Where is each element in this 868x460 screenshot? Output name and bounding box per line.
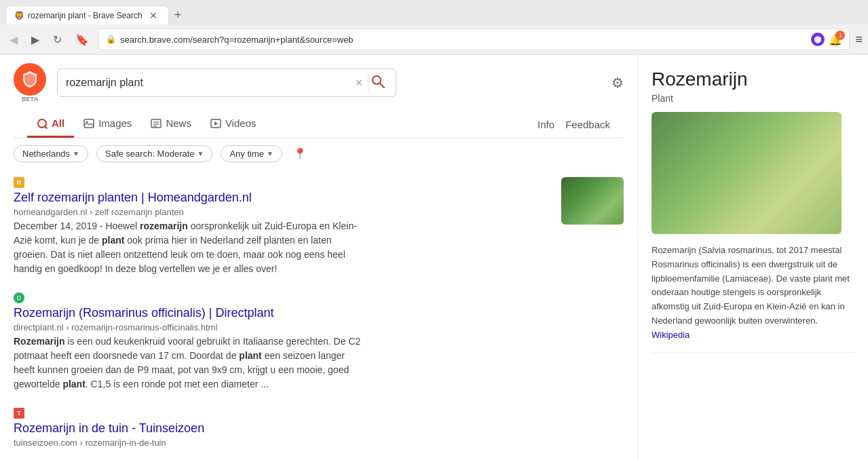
kp-divider [652, 352, 854, 353]
main-content: BETA rozemarijn plant × ⚙ [0, 55, 637, 460]
results-area: H Zelf rozemarijn planten | Homeandgarde… [0, 169, 637, 460]
safe-search-filter[interactable]: Safe search: Moderate ▼ [96, 145, 212, 162]
tab-images[interactable]: Images [74, 111, 141, 138]
nav-tabs: All Images [14, 111, 624, 138]
svg-point-0 [373, 76, 381, 84]
feedback-link[interactable]: Feedback [565, 119, 610, 130]
kp-inner: Rozemarijn Plant Rozemarijn (Salvia rosm… [638, 55, 868, 376]
tab-bar: 🦁 rozemarijn plant - Brave Search ✕ + [0, 0, 868, 24]
brave-shield-icon[interactable] [811, 33, 825, 46]
news-icon [151, 118, 162, 129]
tab-news[interactable]: News [141, 111, 201, 138]
result-url: homeandgarden.nl › zelf rozemarijn plant… [14, 207, 561, 217]
result-snippet: December 14, 2019 - Hoewel rozemarijn oo… [14, 219, 366, 276]
result-favicon: T [14, 408, 24, 419]
kp-image-visual [652, 112, 842, 234]
result-title[interactable]: Rozemarijn in de tuin - Tuinseizoen [14, 421, 204, 435]
location-pin-icon[interactable]: 📍 [293, 147, 307, 160]
result-url: tuinseizoen.com › rozemarijn-in-de-tuin [14, 438, 624, 448]
search-clear-button[interactable]: × [350, 76, 368, 90]
brave-logo [14, 63, 46, 96]
forward-button[interactable]: ▶ [27, 31, 43, 49]
result-header: T Rozemarijn in de tuin - Tuinseizoen tu… [14, 408, 624, 450]
page: BETA rozemarijn plant × ⚙ [0, 55, 868, 460]
time-filter[interactable]: Any time ▼ [221, 145, 282, 162]
result-title[interactable]: Zelf rozemarijn planten | Homeandgarden.… [14, 191, 252, 204]
result-url: directplant.nl › rozemarijn-rosmarinus-o… [14, 322, 624, 332]
svg-rect-4 [84, 119, 94, 128]
tab-close-button[interactable]: ✕ [147, 9, 160, 22]
address-text: search.brave.com/search?q=rozemarijn+pla… [120, 35, 807, 45]
settings-icon[interactable]: ⚙ [611, 75, 624, 91]
result-snippet: Rozemarijn is een oud keukenkruid vooral… [14, 334, 366, 391]
result-left: T Rozemarijn in de tuin - Tuinseizoen tu… [14, 408, 624, 450]
svg-line-3 [45, 126, 47, 128]
tab-videos[interactable]: Videos [201, 111, 266, 138]
tab-title: rozemarijn plant - Brave Search [28, 11, 143, 20]
result-favicon: H [14, 177, 24, 188]
notification-bell[interactable]: 🔔 1 [829, 33, 842, 46]
search-submit-button[interactable] [369, 75, 388, 92]
svg-marker-11 [214, 121, 218, 126]
result-left: H Zelf rozemarijn planten | Homeandgarde… [14, 177, 561, 276]
kp-image [652, 112, 842, 234]
beta-label: BETA [22, 96, 38, 102]
all-icon [37, 118, 48, 129]
filters-bar: Netherlands ▼ Safe search: Moderate ▼ An… [0, 138, 637, 169]
lock-icon: 🔒 [106, 35, 116, 44]
tab-all[interactable]: All [27, 111, 74, 138]
kp-description: Rozemarijn (Salvia rosmarinus, tot 2017 … [652, 244, 854, 343]
result-title[interactable]: Rozemarijn (Rosmarinus officinalis) | Di… [14, 306, 273, 320]
svg-line-1 [380, 83, 384, 88]
notification-badge: 1 [835, 31, 845, 40]
knowledge-panel: Rozemarijn Plant Rozemarijn (Salvia rosm… [637, 55, 868, 460]
new-tab-button[interactable]: + [169, 8, 187, 22]
safe-search-chevron-icon: ▼ [197, 150, 204, 157]
kp-wikipedia-link[interactable]: Wikipedia [652, 330, 690, 340]
info-link[interactable]: Info [537, 119, 554, 130]
result-favicon: D [14, 292, 24, 303]
search-input[interactable]: rozemarijn plant [66, 77, 350, 89]
kp-title: Rozemarijn [652, 69, 854, 90]
reload-button[interactable]: ↻ [49, 31, 66, 49]
active-tab[interactable]: 🦁 rozemarijn plant - Brave Search ✕ [5, 5, 169, 24]
address-bar[interactable]: 🔒 search.brave.com/search?q=rozemarijn+p… [98, 28, 850, 50]
result-thumbnail [561, 177, 624, 225]
tab-favicon: 🦁 [14, 11, 24, 20]
back-button[interactable]: ◀ [5, 31, 22, 49]
browser-chrome: 🦁 rozemarijn plant - Brave Search ✕ + ◀ … [0, 0, 868, 55]
nav-bar: ◀ ▶ ↻ 🔖 🔒 search.brave.com/search?q=roze… [0, 24, 868, 54]
result-item: T Rozemarijn in de tuin - Tuinseizoen tu… [14, 408, 624, 450]
videos-icon [210, 118, 221, 129]
kp-subtitle: Plant [652, 93, 854, 104]
search-box: rozemarijn plant × [57, 69, 396, 97]
result-header: H Zelf rozemarijn planten | Homeandgarde… [14, 177, 624, 276]
result-left: D Rozemarijn (Rosmarinus officinalis) | … [14, 292, 624, 391]
time-chevron-icon: ▼ [267, 150, 273, 157]
country-filter[interactable]: Netherlands ▼ [14, 145, 88, 162]
bookmark-button[interactable]: 🔖 [71, 31, 93, 49]
images-icon [83, 118, 94, 129]
search-header: BETA rozemarijn plant × ⚙ [0, 55, 637, 138]
header-top: BETA rozemarijn plant × ⚙ [14, 63, 624, 102]
brave-logo-area: BETA [14, 63, 46, 102]
result-header: D Rozemarijn (Rosmarinus officinalis) | … [14, 292, 624, 391]
browser-menu-button[interactable]: ≡ [855, 33, 863, 47]
result-item: H Zelf rozemarijn planten | Homeandgarde… [14, 177, 624, 276]
result-item: D Rozemarijn (Rosmarinus officinalis) | … [14, 292, 624, 391]
country-chevron-icon: ▼ [73, 150, 79, 157]
